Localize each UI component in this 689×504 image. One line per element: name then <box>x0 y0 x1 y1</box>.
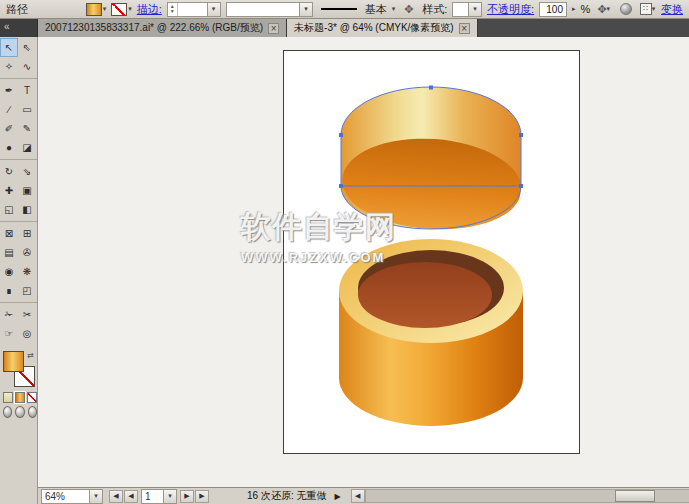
blend-tool[interactable]: ◉ <box>0 262 18 281</box>
select-similar-icon[interactable]: ✥▾ <box>595 1 612 17</box>
horizontal-scrollbar[interactable]: ◀ <box>351 489 689 504</box>
live-paint-bucket-tool[interactable]: ◧ <box>18 200 36 219</box>
scrollbar-thumb[interactable] <box>615 490 655 502</box>
scrollbar-track[interactable] <box>365 489 689 503</box>
stroke-swatch-none[interactable] <box>111 3 127 16</box>
pencil-tool[interactable]: ✎ <box>18 119 36 138</box>
fill-swatch[interactable] <box>86 3 102 16</box>
stroke-color-dropdown[interactable]: ▾ <box>111 3 132 16</box>
blob-brush-tool[interactable]: ● <box>0 138 18 157</box>
eyedropper-tool[interactable]: ✇ <box>18 243 36 262</box>
fill-indicator-gradient[interactable] <box>3 351 24 372</box>
fill-color-dropdown[interactable]: ▾ <box>86 3 107 16</box>
swap-fill-stroke-icon[interactable]: ⇄ <box>27 351 34 360</box>
selection-tool[interactable]: ↖ <box>0 38 18 57</box>
artboard-number-combo[interactable]: 1 ▾ <box>141 489 177 504</box>
opacity-link[interactable]: 不透明度: <box>487 2 534 17</box>
canvas-pasteboard[interactable]: 软件自学网 WWW.RJZXW.COM <box>38 37 689 487</box>
chevron-down-icon[interactable]: ▾ <box>89 490 102 503</box>
chevron-down-icon[interactable]: ▾ <box>468 3 481 16</box>
control-bar: 路径 ▾ ▾ 描边: ▲▼ ▾ ▾ 基本 ▾ ✥ 样式: ▾ 不透明度: 100 <box>0 0 689 19</box>
document-tab-bar: « 20071230135833317.ai* @ 222.66% (RGB/预… <box>0 19 689 37</box>
artboard-number-value: 1 <box>142 490 163 503</box>
hand-tool[interactable]: ☞ <box>0 324 18 343</box>
transform-link[interactable]: 变换 <box>661 2 683 17</box>
pen-tool[interactable]: ✒ <box>0 81 18 100</box>
selection-type-label: 路径 <box>6 2 28 17</box>
mesh-tool[interactable]: ⊞ <box>18 224 36 243</box>
status-flyout-icon[interactable]: ▶ <box>334 492 340 501</box>
next-artboard-button[interactable]: ▶ <box>180 490 194 503</box>
scissors-tool[interactable]: ✂ <box>18 305 36 324</box>
percent-label: % <box>581 3 591 15</box>
magic-wand-tool[interactable]: ✧ <box>0 57 18 76</box>
column-graph-tool[interactable]: ∎ <box>0 281 18 300</box>
align-dice-icon[interactable]: ∷▾ <box>639 1 656 17</box>
brush-stroke-preview <box>321 8 357 10</box>
chevron-down-icon[interactable]: ▾ <box>299 3 312 16</box>
draw-behind-button[interactable] <box>15 406 24 418</box>
gradient-tool[interactable]: ▤ <box>0 243 18 262</box>
draw-normal-button[interactable] <box>3 406 12 418</box>
anchor-point[interactable] <box>339 133 343 137</box>
rotate-tool[interactable]: ↻ <box>0 162 18 181</box>
chevron-down-icon[interactable]: ▾ <box>103 5 107 13</box>
box-body <box>339 239 523 426</box>
stroke-link[interactable]: 描边: <box>137 2 162 17</box>
anchor-point[interactable] <box>429 86 433 90</box>
zoom-tool[interactable]: ◎ <box>18 324 36 343</box>
illustrator-window: 路径 ▾ ▾ 描边: ▲▼ ▾ ▾ 基本 ▾ ✥ 样式: ▾ 不透明度: 100 <box>0 0 689 504</box>
brush-definition-value[interactable]: 基本 <box>365 2 387 17</box>
chevron-down-icon[interactable]: ▾ <box>128 5 132 13</box>
free-transform-tool[interactable]: ▣ <box>18 181 36 200</box>
last-artboard-button[interactable]: ▶ <box>195 490 209 503</box>
rectangle-tool[interactable]: ▭ <box>18 100 36 119</box>
symbol-sprayer-tool[interactable]: ❋ <box>18 262 36 281</box>
eraser-tool[interactable]: ◪ <box>18 138 36 157</box>
paintbrush-tool[interactable]: ✐ <box>0 119 18 138</box>
lasso-tool[interactable]: ∿ <box>18 57 36 76</box>
artwork-canvas[interactable] <box>284 51 581 455</box>
opacity-input[interactable]: 100 <box>539 2 567 17</box>
line-segment-tool[interactable]: ∕ <box>0 100 18 119</box>
chevron-down-icon[interactable]: ▾ <box>392 5 396 13</box>
direct-selection-tool[interactable]: ⇖ <box>18 38 36 57</box>
first-artboard-button[interactable]: ◀ <box>109 490 123 503</box>
none-button[interactable] <box>27 392 37 403</box>
style-combo[interactable]: ▾ <box>452 2 482 17</box>
stroke-weight-combo[interactable]: ▲▼ ▾ <box>167 2 221 17</box>
type-tool[interactable]: T <box>18 81 36 100</box>
fill-stroke-indicator: ⇄ <box>2 351 36 387</box>
document-tab-2[interactable]: 未标题-3* @ 64% (CMYK/像素预览) × <box>287 19 478 37</box>
status-bar: 64% ▾ ◀ ◀ 1 ▾ ▶ ▶ 16 次还原: 无重做 ▶ ◀ <box>38 487 689 504</box>
gradient-button[interactable] <box>15 392 25 403</box>
chevron-down-icon[interactable]: ▾ <box>207 3 220 16</box>
shape-mode-icon[interactable] <box>617 1 634 17</box>
width-profile-combo[interactable]: ▾ <box>226 2 313 17</box>
anchor-point[interactable] <box>519 184 523 188</box>
close-icon[interactable]: × <box>459 23 470 34</box>
recolor-artwork-icon[interactable]: ✥ <box>400 1 417 17</box>
color-button[interactable] <box>3 392 13 403</box>
stepper-icon[interactable]: ▲▼ <box>168 3 178 16</box>
zoom-level-combo[interactable]: 64% ▾ <box>41 489 103 504</box>
chevron-down-icon[interactable]: ▾ <box>163 490 176 503</box>
artboard-tool[interactable]: ◰ <box>18 281 36 300</box>
shape-builder-tool[interactable]: ◱ <box>0 200 18 219</box>
style-label: 样式: <box>422 2 447 17</box>
scroll-left-icon[interactable]: ◀ <box>351 489 365 503</box>
opacity-spinner-icon[interactable]: ▸ <box>572 5 576 13</box>
anchor-point[interactable] <box>519 133 523 137</box>
width-tool[interactable]: ✚ <box>0 181 18 200</box>
scale-tool[interactable]: ⇘ <box>18 162 36 181</box>
artboard[interactable] <box>283 50 580 454</box>
anchor-point[interactable] <box>339 184 343 188</box>
perspective-grid-tool[interactable]: ⊠ <box>0 224 18 243</box>
collapse-panel-button[interactable]: « <box>0 19 38 37</box>
close-icon[interactable]: × <box>268 23 279 34</box>
tools-panel: ↖⇖✧∿✒T∕▭✐✎●◪↻⇘✚▣◱◧⊠⊞▤✇◉❋∎◰✁✂☞◎ ⇄ <box>0 37 38 504</box>
previous-artboard-button[interactable]: ◀ <box>124 490 138 503</box>
slice-tool[interactable]: ✁ <box>0 305 18 324</box>
draw-inside-button[interactable] <box>28 406 37 418</box>
document-tab-1[interactable]: 20071230135833317.ai* @ 222.66% (RGB/预览)… <box>38 19 287 37</box>
